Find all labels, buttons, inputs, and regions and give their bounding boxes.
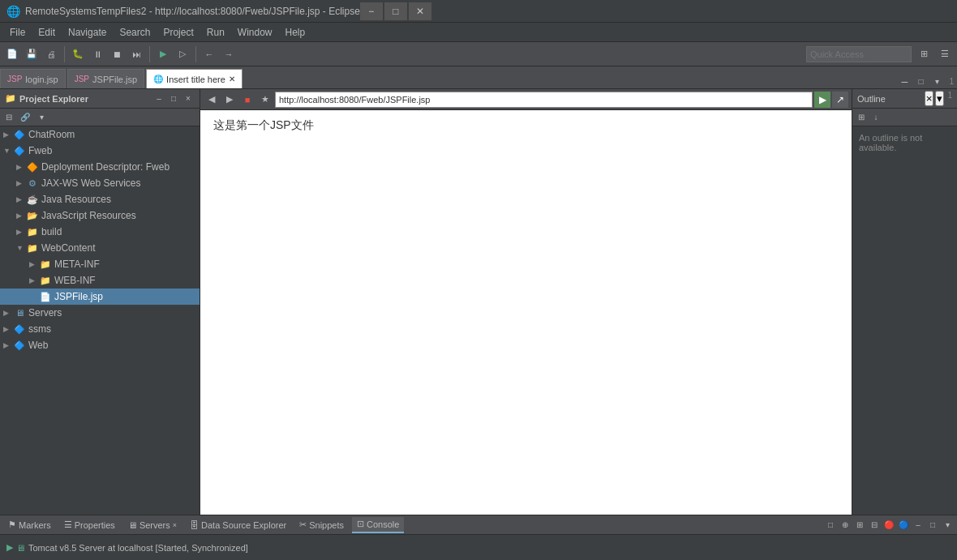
close-button[interactable]: ✕ bbox=[409, 2, 431, 20]
step-button[interactable]: ⏭ bbox=[127, 45, 145, 63]
chatroom-label: ChatRoom bbox=[28, 129, 75, 140]
editor-panel-minimize[interactable]: – bbox=[897, 74, 912, 88]
tab-label-jspfile: JSPFile.jsp bbox=[92, 75, 137, 84]
menu-help[interactable]: Help bbox=[279, 25, 312, 40]
menu-file[interactable]: File bbox=[3, 25, 32, 40]
tab-close-insert[interactable]: ✕ bbox=[229, 75, 235, 83]
left-panel-maximize[interactable]: □ bbox=[167, 92, 180, 105]
pause-button[interactable]: ⏸ bbox=[88, 45, 106, 63]
back-button[interactable]: ← bbox=[200, 45, 218, 63]
bottom-panel-maximize[interactable]: □ bbox=[926, 519, 939, 532]
tree-item-deployment[interactable]: ▶ 🔶 Deployment Descriptor: Fweb bbox=[0, 159, 200, 175]
tree-item-jaxws[interactable]: ▶ ⚙ JAX-WS Web Services bbox=[0, 175, 200, 191]
bottom-panel-action-1[interactable]: □ bbox=[824, 519, 837, 532]
forward-button[interactable]: → bbox=[220, 45, 238, 63]
left-panel: 📁 Project Explorer – □ × ⊟ 🔗 ▾ ▶ 🔷 ChatR bbox=[0, 89, 200, 515]
url-go-button[interactable]: ▶ bbox=[814, 92, 830, 108]
bottom-panel-action-3[interactable]: ⊞ bbox=[853, 519, 866, 532]
quick-access-area: ⊞ ☰ bbox=[806, 45, 954, 63]
open-perspective-button[interactable]: ⊞ bbox=[915, 45, 933, 63]
editor-panel-maximize[interactable]: □ bbox=[913, 74, 928, 88]
js-resources-arrow: ▶ bbox=[16, 212, 26, 220]
menu-navigate[interactable]: Navigate bbox=[62, 25, 113, 40]
bottom-panel-action-5[interactable]: 🔴 bbox=[882, 519, 895, 532]
tree-item-js-resources[interactable]: ▶ 📂 JavaScript Resources bbox=[0, 207, 200, 224]
run-last-button[interactable]: ▷ bbox=[174, 45, 191, 63]
print-button[interactable]: 🖨 bbox=[42, 45, 60, 63]
bottom-tab-properties[interactable]: ☰ Properties bbox=[59, 517, 120, 533]
bottom-tab-markers[interactable]: ⚑ Markers bbox=[3, 517, 56, 533]
outline-tool-1[interactable]: ⊞ bbox=[854, 110, 869, 125]
tree-item-java-resources[interactable]: ▶ ☕ Java Resources bbox=[0, 191, 200, 207]
minimize-button[interactable]: − bbox=[360, 2, 383, 20]
tree-item-web[interactable]: ▶ 🔷 Web bbox=[0, 337, 200, 353]
tab-insert-title[interactable]: 🌐 Insert title here ✕ bbox=[146, 69, 242, 88]
browser-forward-button[interactable]: ▶ bbox=[221, 92, 238, 108]
bottom-panel-action-6[interactable]: 🔵 bbox=[897, 519, 910, 532]
menu-run[interactable]: Run bbox=[200, 25, 231, 40]
menu-search[interactable]: Search bbox=[113, 25, 157, 40]
web-label: Web bbox=[28, 340, 48, 351]
web-inf-label: WEB-INF bbox=[54, 275, 96, 286]
open-external-button[interactable]: ↗ bbox=[832, 92, 848, 108]
run-button[interactable]: ▶ bbox=[154, 45, 172, 63]
tree-item-build[interactable]: ▶ 📁 build bbox=[0, 224, 200, 240]
browser-stop-button[interactable]: ■ bbox=[239, 92, 255, 108]
collapse-all-button[interactable]: ⊟ bbox=[2, 110, 16, 125]
left-panel-minimize[interactable]: – bbox=[152, 92, 165, 105]
outline-tool-2[interactable]: ↓ bbox=[869, 110, 883, 125]
separator-2 bbox=[149, 46, 150, 62]
link-with-editor-button[interactable]: 🔗 bbox=[18, 110, 32, 125]
servers-tab-close[interactable]: × bbox=[173, 521, 177, 529]
tree-item-webcontent[interactable]: ▼ 📁 WebContent bbox=[0, 240, 200, 256]
menu-window[interactable]: Window bbox=[231, 25, 279, 40]
view-menu-button[interactable]: ▾ bbox=[34, 110, 49, 125]
perspective-button[interactable]: ☰ bbox=[936, 45, 954, 63]
quick-access-input[interactable] bbox=[806, 46, 912, 62]
bottom-tab-datasource[interactable]: 🗄 Data Source Explorer bbox=[185, 517, 291, 533]
browser-bookmark-button[interactable]: ★ bbox=[257, 92, 273, 108]
bottom-panel-action-4[interactable]: ⊟ bbox=[868, 519, 881, 532]
tree-item-ssms[interactable]: ▶ 🔷 ssms bbox=[0, 321, 200, 337]
save-button[interactable]: 💾 bbox=[23, 45, 41, 63]
jspfile-icon: 📄 bbox=[39, 290, 52, 303]
tree-item-servers[interactable]: ▶ 🖥 Servers bbox=[0, 305, 200, 321]
right-panel-header: Outline × ▾ 1 bbox=[852, 89, 957, 109]
tree-item-fweb[interactable]: ▼ 🔷 Fweb bbox=[0, 143, 200, 159]
tree-item-meta-inf[interactable]: ▶ 📁 META-INF bbox=[0, 256, 200, 272]
left-panel-close[interactable]: × bbox=[182, 92, 195, 105]
right-panel-view-menu[interactable]: ▾ bbox=[935, 91, 944, 106]
project-explorer-title: Project Explorer bbox=[19, 94, 88, 104]
tree-item-chatroom[interactable]: ▶ 🔷 ChatRoom bbox=[0, 126, 200, 143]
left-panel-toolbar: ⊟ 🔗 ▾ bbox=[0, 109, 200, 126]
menu-project[interactable]: Project bbox=[157, 25, 200, 40]
bottom-content: ▶ 🖥 Tomcat v8.5 Server at localhost [Sta… bbox=[0, 535, 957, 560]
tab-login-jsp[interactable]: JSP login.jsp bbox=[0, 69, 66, 88]
bottom-tab-console[interactable]: ⊡ Console bbox=[352, 517, 404, 533]
editor-content[interactable]: 这是第一个JSP文件 bbox=[200, 110, 852, 515]
bottom-tab-snippets[interactable]: ✂ Snippets bbox=[294, 517, 349, 533]
new-button[interactable]: 📄 bbox=[3, 45, 21, 63]
server-status-text: Tomcat v8.5 Server at localhost [Started… bbox=[28, 543, 248, 553]
bottom-tab-servers[interactable]: 🖥 Servers × bbox=[123, 517, 182, 533]
browser-back-button[interactable]: ◀ bbox=[204, 92, 220, 108]
bottom-panel-view-menu[interactable]: ▾ bbox=[941, 519, 954, 532]
menu-edit[interactable]: Edit bbox=[32, 25, 62, 40]
console-label: Console bbox=[367, 519, 399, 529]
bottom-panel-action-2[interactable]: ⊕ bbox=[839, 519, 852, 532]
left-panel-actions: – □ × bbox=[152, 92, 195, 105]
debug-button[interactable]: 🐛 bbox=[69, 45, 87, 63]
maximize-button[interactable]: □ bbox=[384, 2, 407, 20]
right-panel-close[interactable]: × bbox=[925, 91, 934, 106]
tab-jspfile-jsp[interactable]: JSP JSPFile.jsp bbox=[67, 69, 144, 88]
bottom-tabs: ⚑ Markers ☰ Properties 🖥 Servers × 🗄 Dat… bbox=[0, 515, 957, 535]
editor-panel-view-menu[interactable]: ▾ bbox=[929, 74, 944, 88]
jaxws-icon: ⚙ bbox=[26, 177, 39, 190]
bottom-panel-minimize[interactable]: – bbox=[912, 519, 925, 532]
main-content-area: 📁 Project Explorer – □ × ⊟ 🔗 ▾ ▶ 🔷 ChatR bbox=[0, 89, 957, 515]
deployment-arrow: ▶ bbox=[16, 163, 26, 171]
tree-item-web-inf[interactable]: ▶ 📁 WEB-INF bbox=[0, 272, 200, 289]
stop-button[interactable]: ⏹ bbox=[108, 45, 126, 63]
url-input[interactable] bbox=[275, 92, 813, 108]
tree-item-jspfile[interactable]: ▶ 📄 JSPFile.jsp bbox=[0, 289, 200, 305]
